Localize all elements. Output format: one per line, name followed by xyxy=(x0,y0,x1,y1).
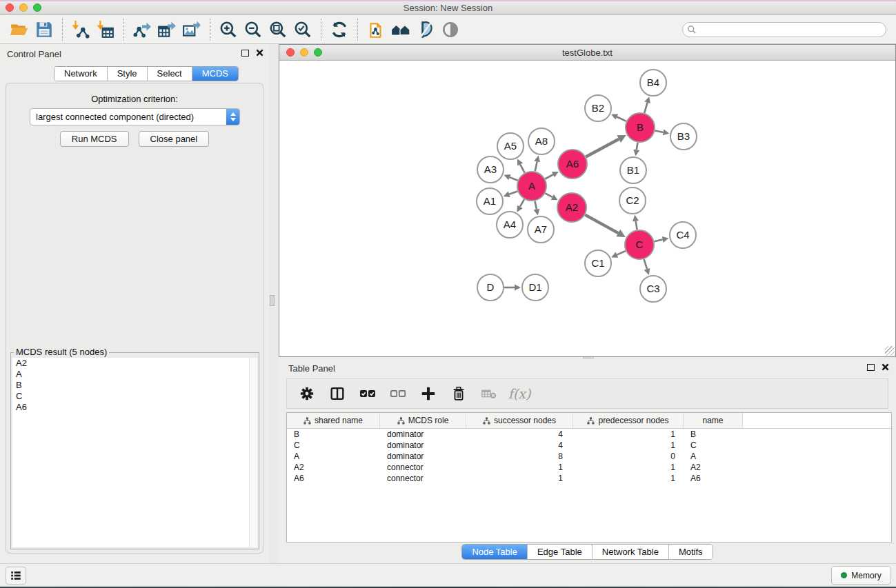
tab-mcds[interactable]: MCDS xyxy=(192,67,238,81)
column-header-predecessor-nodes[interactable]: predecessor nodes xyxy=(573,413,684,428)
select-all-rows-icon[interactable] xyxy=(357,383,378,404)
node-A2[interactable]: A2 xyxy=(557,193,586,222)
criterion-select[interactable]: largest connected component (directed) xyxy=(30,108,240,125)
close-table-panel-icon[interactable] xyxy=(882,363,889,371)
float-panel-icon[interactable] xyxy=(241,50,249,57)
edge-A-A4[interactable] xyxy=(517,199,524,212)
tab-select[interactable]: Select xyxy=(148,67,192,81)
result-item[interactable]: A2 xyxy=(12,358,249,369)
resize-grip-icon[interactable] xyxy=(885,346,895,356)
node-B4[interactable]: B4 xyxy=(640,70,666,96)
result-scrollbar[interactable] xyxy=(249,358,257,547)
mcds-result-list[interactable]: A2ABCA6 xyxy=(12,358,249,547)
node-A5[interactable]: A5 xyxy=(497,133,524,159)
search-field[interactable] xyxy=(682,22,886,37)
table-row[interactable]: A6connector11A6 xyxy=(287,473,891,484)
node-D[interactable]: D xyxy=(477,274,504,301)
result-item[interactable]: C xyxy=(12,391,249,402)
network-canvas[interactable]: B4B2BB3A8A5A6A3B1AA1C2A2A4A7C4CC1DD1C3 xyxy=(279,61,895,356)
zoom-in-icon[interactable] xyxy=(216,17,241,42)
table-row[interactable]: A2connector11A2 xyxy=(287,462,891,473)
node-B2[interactable]: B2 xyxy=(585,95,611,121)
edge-A-A6[interactable] xyxy=(545,172,558,179)
edge-A-A2[interactable] xyxy=(545,193,557,200)
node-A6[interactable]: A6 xyxy=(558,150,587,179)
apply-layout-icon[interactable] xyxy=(327,17,352,42)
import-table-icon[interactable] xyxy=(93,17,118,42)
tab-node-table[interactable]: Node Table xyxy=(462,545,528,559)
edge-A-A7[interactable] xyxy=(534,201,540,216)
edge-C-C1[interactable] xyxy=(611,251,626,258)
edge-A-A1[interactable] xyxy=(504,191,518,197)
column-header-name[interactable]: name xyxy=(684,413,743,428)
column-header-shared-name[interactable]: shared name xyxy=(287,413,380,428)
export-table-icon[interactable] xyxy=(155,17,179,42)
run-mcds-button[interactable]: Run MCDS xyxy=(60,131,129,147)
edge-C-C2[interactable] xyxy=(633,215,639,230)
export-image-icon[interactable] xyxy=(179,17,204,42)
import-network-icon[interactable] xyxy=(68,17,93,42)
eye-icon[interactable] xyxy=(438,17,463,42)
graphics-details-icon[interactable] xyxy=(413,17,438,42)
node-A[interactable]: A xyxy=(517,172,546,201)
edge-B-B2[interactable] xyxy=(611,114,626,121)
search-input[interactable] xyxy=(697,25,882,34)
result-item[interactable]: A xyxy=(12,369,249,380)
edge-B-B4[interactable] xyxy=(644,97,650,113)
table-row[interactable]: Bdominator41B xyxy=(287,429,891,440)
edge-B-B3[interactable] xyxy=(655,130,670,136)
node-B1[interactable]: B1 xyxy=(620,157,646,183)
node-C2[interactable]: C2 xyxy=(619,187,646,214)
node-B3[interactable]: B3 xyxy=(670,123,697,150)
network-window-titlebar[interactable]: testGlobe.txt xyxy=(279,45,895,61)
result-item[interactable]: B xyxy=(12,380,249,391)
column-header-successor-nodes[interactable]: successor nodes xyxy=(466,413,573,428)
float-table-panel-icon[interactable] xyxy=(867,364,875,371)
zoom-fit-icon[interactable] xyxy=(266,17,290,42)
node-C[interactable]: C xyxy=(625,230,654,259)
node-A3[interactable]: A3 xyxy=(477,156,504,183)
edge-A-A3[interactable] xyxy=(504,174,517,181)
node-A1[interactable]: A1 xyxy=(477,188,503,214)
node-C4[interactable]: C4 xyxy=(670,222,696,248)
node-A8[interactable]: A8 xyxy=(528,128,555,154)
zoom-selected-icon[interactable] xyxy=(290,17,315,42)
node-D1[interactable]: D1 xyxy=(522,274,548,301)
edge-B-B1[interactable] xyxy=(633,143,639,156)
node-A7[interactable]: A7 xyxy=(528,216,554,243)
tab-motifs[interactable]: Motifs xyxy=(669,545,713,559)
delete-column-icon[interactable] xyxy=(448,383,469,404)
node-A4[interactable]: A4 xyxy=(497,212,523,238)
home-layouts-icon[interactable] xyxy=(388,17,413,42)
edge-D-D1[interactable] xyxy=(504,285,521,291)
node-C3[interactable]: C3 xyxy=(640,276,666,302)
table-row[interactable]: Adominator80A xyxy=(287,451,891,462)
create-column-icon[interactable] xyxy=(418,383,439,404)
edge-A-A8[interactable] xyxy=(534,156,540,172)
table-settings-gear-icon[interactable] xyxy=(297,383,317,404)
vertical-splitter-grip[interactable] xyxy=(270,295,275,306)
edge-A-A5[interactable] xyxy=(517,159,525,173)
node-C1[interactable]: C1 xyxy=(585,250,611,276)
close-panel-button[interactable]: Close panel xyxy=(139,131,210,147)
deselect-all-rows-icon[interactable] xyxy=(388,383,408,404)
tab-edge-table[interactable]: Edge Table xyxy=(528,545,593,559)
task-history-button[interactable] xyxy=(6,567,26,585)
show-column-icon[interactable] xyxy=(327,383,348,404)
node-B[interactable]: B xyxy=(626,113,655,142)
tab-network[interactable]: Network xyxy=(54,67,108,81)
zoom-out-icon[interactable] xyxy=(241,17,266,42)
clone-network-icon[interactable] xyxy=(364,17,388,42)
tab-style[interactable]: Style xyxy=(108,67,148,81)
close-panel-icon[interactable] xyxy=(256,49,263,57)
tab-network-table[interactable]: Network Table xyxy=(593,545,669,559)
edge-C-C3[interactable] xyxy=(644,259,650,275)
edge-C-C4[interactable] xyxy=(654,236,668,243)
edge-A2-C[interactable] xyxy=(585,215,626,237)
save-session-icon[interactable] xyxy=(32,17,57,42)
table-row[interactable]: Cdominator41C xyxy=(287,440,891,451)
export-network-icon[interactable] xyxy=(130,17,155,42)
memory-button[interactable]: Memory xyxy=(831,566,891,585)
open-file-icon[interactable] xyxy=(7,17,32,42)
edge-A6-B[interactable] xyxy=(586,135,626,157)
